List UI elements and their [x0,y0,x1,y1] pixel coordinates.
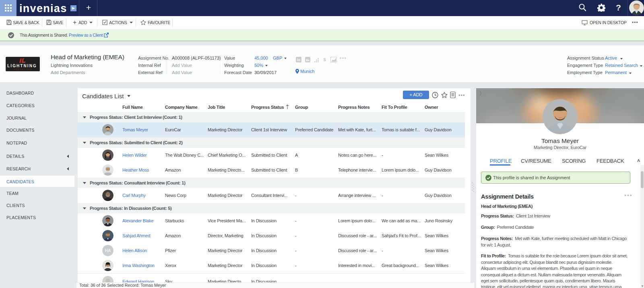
svg-text:8x: 8x [306,58,310,62]
svg-text:INNOVATIONS: INNOVATIONS [13,68,32,70]
svg-text:LIGHTNING: LIGHTNING [7,64,37,68]
svg-text:HA: HA [105,249,111,253]
svg-text:$: $ [323,57,326,62]
svg-text:in: in [297,58,300,62]
